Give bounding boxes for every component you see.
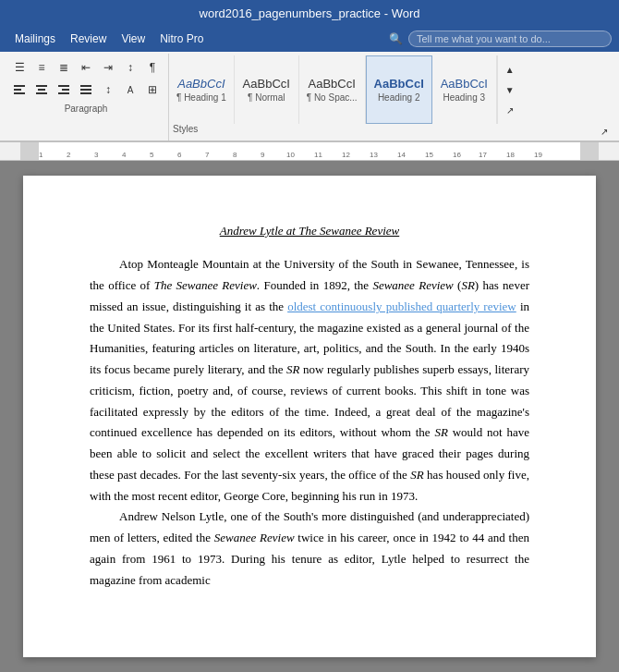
style-nospace-preview: AaBbCcI [309,77,356,92]
styles-expand[interactable]: ↗ [500,100,520,120]
italic-span-sr3: SR [434,425,447,439]
svg-rect-10 [80,89,91,91]
align-right-icon[interactable] [54,79,74,100]
paragraph-2: Andrew Nelson Lytle, one of the South's … [90,507,529,591]
svg-rect-0 [14,85,25,87]
svg-rect-1 [14,89,21,91]
menu-view[interactable]: View [114,30,152,48]
styles-scroll-up[interactable]: ▲ [500,59,520,79]
title-text: word2016_pagenumbers_practice - Word [200,6,420,20]
document-page: Andrew Lytle at The Sewanee Review Atop … [23,176,596,657]
italic-span-sr: SR [461,278,474,292]
styles-label: Styles [173,124,198,139]
style-heading3-label: Heading 3 [443,92,485,103]
menu-mailings[interactable]: Mailings [7,30,63,48]
content-area: Andrew Lytle at The Sewanee Review Atop … [0,161,619,672]
style-nospace-label: ¶ No Spac... [307,92,358,103]
italic-span-3: Sewanee Review [214,531,295,544]
align-center-icon[interactable] [31,79,52,100]
style-normal[interactable]: AaBbCcI ¶ Normal [235,55,299,124]
search-input[interactable] [408,31,612,47]
document-title: Andrew Lytle at The Sewanee Review [90,220,529,241]
app-window: word2016_pagenumbers_practice - Word Mai… [0,0,619,672]
svg-rect-3 [36,85,47,87]
svg-rect-9 [80,85,91,87]
style-heading1-label: ¶ Heading 1 [176,92,226,103]
style-heading2[interactable]: AaBbCcI Heading 2 [366,55,432,124]
svg-rect-4 [38,89,45,91]
svg-rect-6 [58,85,69,87]
italic-span-sr4: SR [410,468,423,482]
menu-nitropro[interactable]: Nitro Pro [152,30,211,48]
svg-rect-11 [80,92,91,94]
style-heading2-preview: AaBbCcI [374,77,424,92]
menu-review[interactable]: Review [63,30,114,48]
svg-rect-7 [62,89,69,91]
style-heading1[interactable]: AaBbCcI ¶ Heading 1 [169,55,235,124]
numbering-icon[interactable]: ≡ [31,57,52,78]
bullets-icon[interactable]: ☰ [9,57,30,78]
italic-span-1: The Sewanee Review [154,278,257,292]
style-heading3[interactable]: AaBbCcI Heading 3 [432,55,497,124]
paragraph-1: Atop Monteagle Mountain at the Universit… [90,254,529,507]
svg-rect-2 [14,92,25,94]
style-normal-label: ¶ Normal [248,92,285,103]
document-body: Atop Monteagle Mountain at the Universit… [90,254,529,591]
borders-icon[interactable]: ⊞ [142,79,163,100]
styles-dialog-launcher[interactable]: ↗ [597,124,612,139]
paragraph-label: Paragraph [9,100,163,114]
multilevel-icon[interactable]: ≣ [54,57,74,78]
style-normal-preview: AaBbCcI [243,77,290,92]
sort-icon[interactable]: ↕ [120,57,140,78]
align-left-icon[interactable] [9,79,30,100]
style-nospace[interactable]: AaBbCcI ¶ No Spac... [299,55,366,124]
search-icon: 🔍 [389,32,403,45]
italic-span-sr2: SR [286,362,299,376]
pilcrow-icon[interactable]: ¶ [142,57,163,78]
hyperlink-oldest[interactable]: oldest continuously published quarterly … [287,299,516,313]
decrease-indent-icon[interactable]: ⇤ [76,57,96,78]
styles-scroll-down[interactable]: ▼ [500,79,520,100]
svg-rect-5 [36,92,47,94]
title-bar: word2016_pagenumbers_practice - Word [0,0,619,26]
ribbon: ☰ ≡ ≣ ⇤ ⇥ ↕ ¶ [0,52,619,142]
shading-icon[interactable]: A [120,79,140,100]
line-spacing-icon[interactable]: ↕ [98,79,118,100]
style-heading2-label: Heading 2 [378,92,420,103]
increase-indent-icon[interactable]: ⇥ [98,57,118,78]
svg-rect-8 [58,92,69,94]
style-heading3-preview: AaBbCcI [441,77,488,92]
justify-icon[interactable] [76,79,96,100]
style-heading1-preview: AaBbCcI [177,77,225,92]
ruler: 1 2 3 4 5 6 7 8 9 10 11 12 13 14 15 16 1… [0,142,619,161]
ruler-inner: 1 2 3 4 5 6 7 8 9 10 11 12 13 14 15 16 1… [39,142,580,160]
italic-span-2: Sewanee Review [372,278,453,292]
